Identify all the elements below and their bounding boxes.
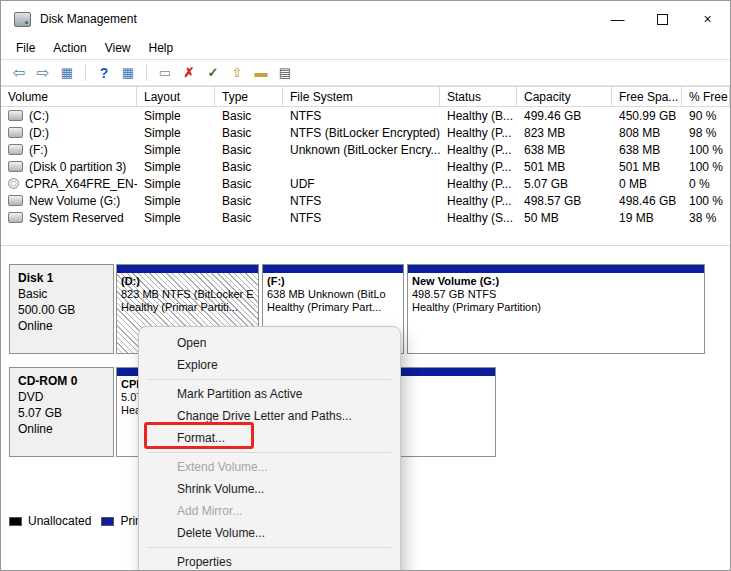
menu-separator [148,452,391,453]
volume-table: Volume Layout Type File System Status Ca… [1,86,730,226]
primary-partition-swatch [101,517,114,526]
format-highlight-box [144,422,254,449]
console-tree-icon[interactable]: ▦ [56,63,78,83]
cdrom0-label[interactable]: CD-ROM 0 DVD 5.07 GB Online [9,367,114,457]
volume-name: (Disk 0 partition 3) [29,160,126,174]
partition-color-strip [263,265,403,273]
menu-item-explore[interactable]: Explore [139,354,400,376]
open-folder-icon[interactable]: ⇧ [226,63,248,83]
menu-separator [148,379,391,380]
minimize-icon: — [611,11,625,27]
table-row[interactable]: (Disk 0 partition 3) Simple Basic Health… [1,158,730,175]
cd-icon [8,178,19,189]
check-icon[interactable]: ✓ [202,63,224,83]
drive-icon [8,110,23,121]
column-header-pct-free[interactable]: % Free [682,87,730,106]
drive-icon [8,195,23,206]
volume-name: (D:) [29,126,49,140]
partition-color-strip [117,265,258,273]
disk-management-window: Disk Management — × File Action View Hel… [0,0,731,571]
drive-icon [8,161,23,172]
volume-name: New Volume (G:) [29,194,120,208]
unallocated-swatch [9,517,22,526]
menu-file[interactable]: File [7,39,44,57]
menu-action[interactable]: Action [44,39,95,57]
tooltip-icon[interactable]: ▭ [154,63,176,83]
table-header: Volume Layout Type File System Status Ca… [1,86,730,107]
back-icon[interactable]: ⇦ [8,63,30,83]
column-header-status[interactable]: Status [440,87,517,106]
close-button[interactable]: × [685,1,730,37]
action-pane-icon[interactable]: ▦ [117,63,139,83]
minimize-button[interactable]: — [595,1,640,37]
volume-name: (F:) [29,143,48,157]
volume-name: System Reserved [29,211,124,225]
table-row[interactable]: (C:) Simple Basic NTFS Healthy (B... 499… [1,107,730,124]
toolbar: ⇦ ⇨ ▦ ? ▦ ▭ ✗ ✓ ⇧ ▬ ▤ [1,59,730,86]
table-row[interactable]: New Volume (G:) Simple Basic NTFS Health… [1,192,730,209]
disk1-label[interactable]: Disk 1 Basic 500.00 GB Online [9,264,114,354]
table-row[interactable]: (D:) Simple Basic NTFS (BitLocker Encryp… [1,124,730,141]
close-icon: × [703,11,711,27]
menu-help[interactable]: Help [140,39,183,57]
column-header-free-space[interactable]: Free Spa... [612,87,682,106]
menu-item-shrink-volume[interactable]: Shrink Volume... [139,478,400,500]
volume-name: CPRA_X64FRE_EN-... [25,177,137,191]
column-header-volume[interactable]: Volume [1,87,137,106]
table-row[interactable]: CPRA_X64FRE_EN-... Simple Basic UDF Heal… [1,175,730,192]
drive-icon [8,144,23,155]
table-row[interactable]: System Reserved Simple Basic NTFS Health… [1,209,730,226]
menubar: File Action View Help [1,37,730,59]
column-header-type[interactable]: Type [215,87,283,106]
menu-item-open[interactable]: Open [139,332,400,354]
menu-item-extend-volume: Extend Volume... [139,456,400,478]
menu-item-add-mirror: Add Mirror... [139,500,400,522]
column-header-capacity[interactable]: Capacity [517,87,612,106]
maximize-icon [657,14,668,25]
menu-separator [148,547,391,548]
drive-icon [8,127,23,138]
drive-toolbar-icon[interactable]: ▬ [250,63,272,83]
help-icon[interactable]: ? [93,63,115,83]
list-view-icon[interactable]: ▤ [274,63,296,83]
column-header-layout[interactable]: Layout [137,87,215,106]
window-title: Disk Management [40,12,137,26]
menu-view[interactable]: View [96,39,140,57]
toolbar-separator [85,65,86,81]
menu-item-properties[interactable]: Properties [139,551,400,571]
partition-g[interactable]: New Volume (G:) 498.57 GB NTFS Healthy (… [407,264,705,354]
titlebar: Disk Management — × [1,1,730,37]
legend-item-unallocated: Unallocated [9,514,91,528]
menu-item-mark-partition-active[interactable]: Mark Partition as Active [139,383,400,405]
toolbar-separator [146,65,147,81]
forward-icon[interactable]: ⇨ [32,63,54,83]
column-header-file-system[interactable]: File System [283,87,440,106]
menu-item-delete-volume[interactable]: Delete Volume... [139,522,400,544]
partition-color-strip [408,265,704,273]
table-row[interactable]: (F:) Simple Basic Unknown (BitLocker Enc… [1,141,730,158]
drive-icon [8,212,23,223]
maximize-button[interactable] [640,1,685,37]
volume-name: (C:) [29,109,49,123]
delete-icon[interactable]: ✗ [178,63,200,83]
disk-management-app-icon [14,12,31,27]
